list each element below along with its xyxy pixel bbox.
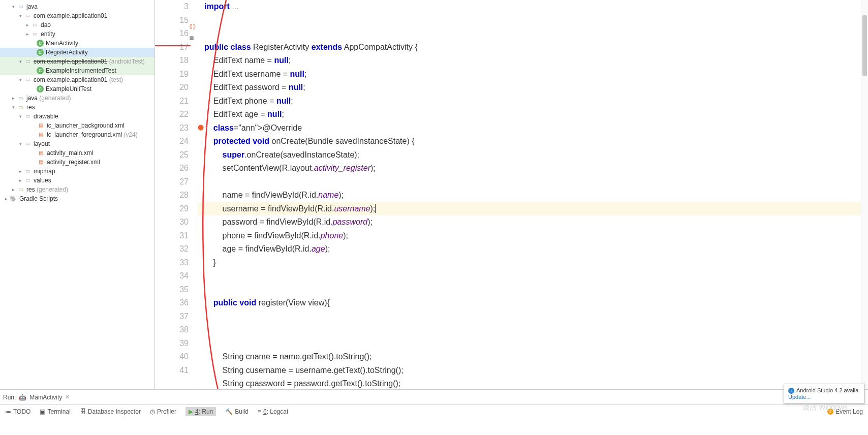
- run-label: Run:: [3, 394, 16, 401]
- editor-scrollbar[interactable]: [861, 0, 868, 389]
- tree-item-res[interactable]: ▾res: [0, 103, 154, 112]
- tree-item-ic-fg[interactable]: ic_launcher_foreground.xml (v24): [0, 130, 154, 139]
- play-icon: ▶: [189, 408, 193, 415]
- notification-title: Android Studio 4.2 availa: [796, 387, 858, 393]
- class-structure-icon[interactable]: ⟪⟫: [189, 23, 197, 31]
- tree-item-activity-register-xml[interactable]: activity_register.xml: [0, 158, 154, 167]
- toolwindow-terminal[interactable]: ▣Terminal: [40, 408, 70, 415]
- android-icon: 🤖: [19, 394, 26, 401]
- run-panel[interactable]: Run: 🤖 MainActivity ✕: [0, 389, 868, 405]
- tree-item-register-activity[interactable]: RegisterActivity: [0, 48, 154, 57]
- toolwindow-todo[interactable]: ≔TODO: [5, 408, 30, 415]
- toolwindow-build[interactable]: 🔨Build: [225, 408, 249, 415]
- tree-item-mipmap[interactable]: ▸mipmap: [0, 167, 154, 176]
- tree-item-java[interactable]: ▾java: [0, 2, 154, 11]
- tree-item-entity[interactable]: ▸entity: [0, 29, 154, 39]
- toolwindow-profiler[interactable]: ◷Profiler: [150, 408, 176, 415]
- tool-window-bar[interactable]: ≔TODO ▣Terminal 🗄Database Inspector ◷Pro…: [0, 405, 868, 418]
- logcat-icon: ≡: [258, 408, 261, 415]
- toolwindow-event-log[interactable]: 2Event Log: [827, 408, 863, 415]
- tree-item-example-unit[interactable]: ExampleUnitTest: [0, 84, 154, 94]
- list-icon: ≔: [5, 408, 11, 415]
- profiler-icon: ◷: [150, 408, 155, 415]
- tree-item-java-gen[interactable]: ▸java (generated): [0, 94, 154, 103]
- run-config-name[interactable]: MainActivity: [29, 394, 62, 401]
- tree-item-main-activity[interactable]: MainActivity: [0, 39, 154, 48]
- update-link[interactable]: Update...: [788, 394, 811, 400]
- tree-item-layout[interactable]: ▾layout: [0, 139, 154, 148]
- project-tree[interactable]: ▾java ▾com.example.application01 ▸dao ▸e…: [0, 0, 155, 389]
- toolwindow-db-inspector[interactable]: 🗄Database Inspector: [80, 408, 141, 415]
- warning-badge-icon: 2: [827, 409, 833, 415]
- database-icon: 🗄: [80, 408, 86, 415]
- info-icon: i: [788, 388, 794, 394]
- update-notification[interactable]: iAndroid Studio 4.2 availa Update...: [784, 384, 865, 404]
- tree-item-res-gen[interactable]: ▸res (generated): [0, 185, 154, 194]
- toolwindow-run[interactable]: ▶4: Run: [185, 407, 216, 416]
- tree-item-activity-main-xml[interactable]: activity_main.xml: [0, 148, 154, 158]
- tree-item-pkg-main[interactable]: ▾com.example.application01: [0, 11, 154, 20]
- code-area[interactable]: import ... public class RegisterActivity…: [198, 0, 868, 389]
- editor-gutter[interactable]: 3151617181920212223242526272829303132333…: [155, 0, 198, 389]
- tree-item-ic-bg[interactable]: ic_launcher_background.xml: [0, 121, 154, 130]
- tree-item-gradle-scripts[interactable]: ▸Gradle Scripts: [0, 194, 154, 203]
- hammer-icon: 🔨: [225, 408, 233, 415]
- tree-item-drawable[interactable]: ▾drawable: [0, 112, 154, 121]
- collapse-icon[interactable]: ≣: [189, 34, 197, 42]
- terminal-icon: ▣: [40, 408, 45, 415]
- tree-item-dao[interactable]: ▸dao: [0, 20, 154, 29]
- code-editor[interactable]: 3151617181920212223242526272829303132333…: [155, 0, 868, 389]
- tree-item-example-instrumented[interactable]: ExampleInstrumentedTest: [0, 66, 154, 75]
- tree-item-pkg-androidtest[interactable]: ▾com.example.application01 (androidTest): [0, 57, 154, 66]
- tree-item-values[interactable]: ▸values: [0, 176, 154, 185]
- close-run-tab-icon[interactable]: ✕: [65, 394, 70, 400]
- scrollbar-thumb[interactable]: [862, 15, 867, 76]
- tree-item-pkg-test[interactable]: ▾com.example.application01 (test): [0, 75, 154, 84]
- toolwindow-logcat[interactable]: ≡6: Logcat: [258, 408, 288, 415]
